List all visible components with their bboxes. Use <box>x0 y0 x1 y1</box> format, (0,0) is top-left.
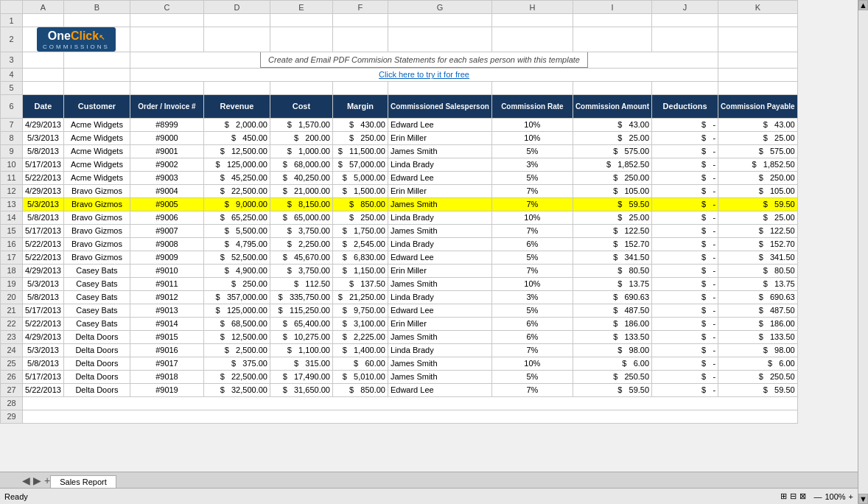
cell-rev-15[interactable]: $ 5,500.00 <box>203 224 270 237</box>
cell-cost-16[interactable]: $ 2,250.00 <box>270 237 332 251</box>
cell-rev-22[interactable]: $ 68,500.00 <box>203 317 270 330</box>
cell-ded-19[interactable]: $ - <box>652 277 718 290</box>
cell-d1[interactable] <box>203 14 270 27</box>
cell-cost-14[interactable]: $ 65,000.00 <box>270 211 332 224</box>
cell-date-20[interactable]: 5/8/2013 <box>23 290 64 304</box>
cell-k3[interactable] <box>718 52 798 68</box>
cell-margin-14[interactable]: $ 250.00 <box>332 211 388 224</box>
cell-rate-10[interactable]: 3% <box>491 158 573 171</box>
cell-date-7[interactable]: 4/29/2013 <box>23 118 64 131</box>
cell-invoice-19[interactable]: #9011 <box>130 277 203 290</box>
cell-invoice-8[interactable]: #9000 <box>130 131 203 144</box>
cell-sales-10[interactable]: Linda Brady <box>388 158 491 171</box>
cell-date-15[interactable]: 5/17/2013 <box>23 224 64 237</box>
cell-j2[interactable] <box>652 27 718 52</box>
cell-ded-12[interactable]: $ - <box>652 184 718 197</box>
cell-sales-20[interactable]: Linda Brady <box>388 290 491 304</box>
cell-cost-9[interactable]: $ 1,000.00 <box>270 144 332 158</box>
cell-ded-13[interactable]: $ - <box>652 197 718 211</box>
cell-payable-19[interactable]: $ 13.75 <box>718 277 798 290</box>
cell-customer-21[interactable]: Casey Bats <box>63 304 130 317</box>
cell-cost-17[interactable]: $ 45,670.00 <box>270 251 332 264</box>
cell-a5[interactable] <box>23 81 64 94</box>
cell-amount-14[interactable]: $ 25.00 <box>573 211 651 224</box>
cell-date-21[interactable]: 5/17/2013 <box>23 304 64 317</box>
cell-amount-20[interactable]: $ 690.63 <box>573 290 651 304</box>
cell-rate-27[interactable]: 7% <box>491 383 573 396</box>
cell-customer-12[interactable]: Bravo Gizmos <box>63 184 130 197</box>
cell-rate-13[interactable]: 7% <box>491 197 573 211</box>
cell-date-24[interactable]: 5/3/2013 <box>23 343 64 357</box>
add-sheet-button[interactable]: + <box>44 475 50 486</box>
cell-sales-18[interactable]: Erin Miller <box>388 264 491 277</box>
cell-customer-26[interactable]: Delta Doors <box>63 370 130 383</box>
cell-payable-12[interactable]: $ 105.00 <box>718 184 798 197</box>
cell-rate-23[interactable]: 6% <box>491 330 573 343</box>
cell-margin-17[interactable]: $ 6,830.00 <box>332 251 388 264</box>
cell-amount-22[interactable]: $ 186.00 <box>573 317 651 330</box>
cell-amount-13[interactable]: $ 59.50 <box>573 197 651 211</box>
cell-invoice-9[interactable]: #9001 <box>130 144 203 158</box>
cell-cost-25[interactable]: $ 315.00 <box>270 357 332 370</box>
cell-customer-9[interactable]: Acme Widgets <box>63 144 130 158</box>
cell-margin-26[interactable]: $ 5,010.00 <box>332 370 388 383</box>
cell-sales-16[interactable]: Linda Brady <box>388 237 491 251</box>
cell-customer-15[interactable]: Bravo Gizmos <box>63 224 130 237</box>
cell-payable-16[interactable]: $ 152.70 <box>718 237 798 251</box>
cell-sales-27[interactable]: Edward Lee <box>388 383 491 396</box>
prev-sheet-button[interactable]: ◀ <box>22 475 30 486</box>
cell-payable-24[interactable]: $ 98.00 <box>718 343 798 357</box>
cell-amount-8[interactable]: $ 25.00 <box>573 131 651 144</box>
cell-margin-16[interactable]: $ 2,545.00 <box>332 237 388 251</box>
cell-invoice-20[interactable]: #9012 <box>130 290 203 304</box>
col-header-f[interactable]: F <box>332 1 388 14</box>
cell-amount-19[interactable]: $ 13.75 <box>573 277 651 290</box>
cell-a4[interactable] <box>23 68 64 81</box>
cell-payable-23[interactable]: $ 133.50 <box>718 330 798 343</box>
cell-sales-11[interactable]: Edward Lee <box>388 171 491 184</box>
cell-rev-9[interactable]: $ 12,500.00 <box>203 144 270 158</box>
col-header-b[interactable]: B <box>63 1 130 14</box>
cell-a1[interactable] <box>23 14 64 27</box>
cell-invoice-22[interactable]: #9014 <box>130 317 203 330</box>
cell-payable-18[interactable]: $ 80.50 <box>718 264 798 277</box>
page-layout-icon[interactable]: ⊟ <box>790 491 797 501</box>
link-cell[interactable]: Click here to try it for free <box>130 68 718 81</box>
cell-ded-8[interactable]: $ - <box>652 131 718 144</box>
cell-amount-11[interactable]: $ 250.00 <box>573 171 651 184</box>
cell-cost-15[interactable]: $ 3,750.00 <box>270 224 332 237</box>
cell-amount-15[interactable]: $ 122.50 <box>573 224 651 237</box>
cell-rate-25[interactable]: 10% <box>491 357 573 370</box>
cell-invoice-26[interactable]: #9018 <box>130 370 203 383</box>
cell-cost-23[interactable]: $ 10,275.00 <box>270 330 332 343</box>
cell-c5[interactable] <box>130 81 203 94</box>
cell-customer-14[interactable]: Bravo Gizmos <box>63 211 130 224</box>
cell-sales-25[interactable]: James Smith <box>388 357 491 370</box>
cell-date-11[interactable]: 5/22/2013 <box>23 171 64 184</box>
cell-amount-24[interactable]: $ 98.00 <box>573 343 651 357</box>
cell-ded-9[interactable]: $ - <box>652 144 718 158</box>
cell-invoice-16[interactable]: #9008 <box>130 237 203 251</box>
cell-customer-22[interactable]: Casey Bats <box>63 317 130 330</box>
cell-payable-20[interactable]: $ 690.63 <box>718 290 798 304</box>
cell-amount-12[interactable]: $ 105.00 <box>573 184 651 197</box>
cell-invoice-24[interactable]: #9016 <box>130 343 203 357</box>
cell-i5[interactable] <box>573 81 651 94</box>
cell-a3[interactable] <box>23 52 64 68</box>
cell-rev-7[interactable]: $ 2,000.00 <box>203 118 270 131</box>
col-header-d[interactable]: D <box>203 1 270 14</box>
cell-payable-27[interactable]: $ 59.50 <box>718 383 798 396</box>
cell-sales-12[interactable]: Erin Miller <box>388 184 491 197</box>
cell-payable-10[interactable]: $ 1,852.50 <box>718 158 798 171</box>
cell-ded-16[interactable]: $ - <box>652 237 718 251</box>
cell-margin-13[interactable]: $ 850.00 <box>332 197 388 211</box>
cell-rev-10[interactable]: $ 125,000.00 <box>203 158 270 171</box>
cell-customer-24[interactable]: Delta Doors <box>63 343 130 357</box>
cell-rate-16[interactable]: 6% <box>491 237 573 251</box>
scroll-up-button[interactable]: ▲ <box>858 0 868 10</box>
next-sheet-button[interactable]: ▶ <box>33 475 41 486</box>
cell-rate-9[interactable]: 5% <box>491 144 573 158</box>
cell-payable-9[interactable]: $ 575.00 <box>718 144 798 158</box>
cell-payable-13[interactable]: $ 59.50 <box>718 197 798 211</box>
cell-date-18[interactable]: 4/29/2013 <box>23 264 64 277</box>
